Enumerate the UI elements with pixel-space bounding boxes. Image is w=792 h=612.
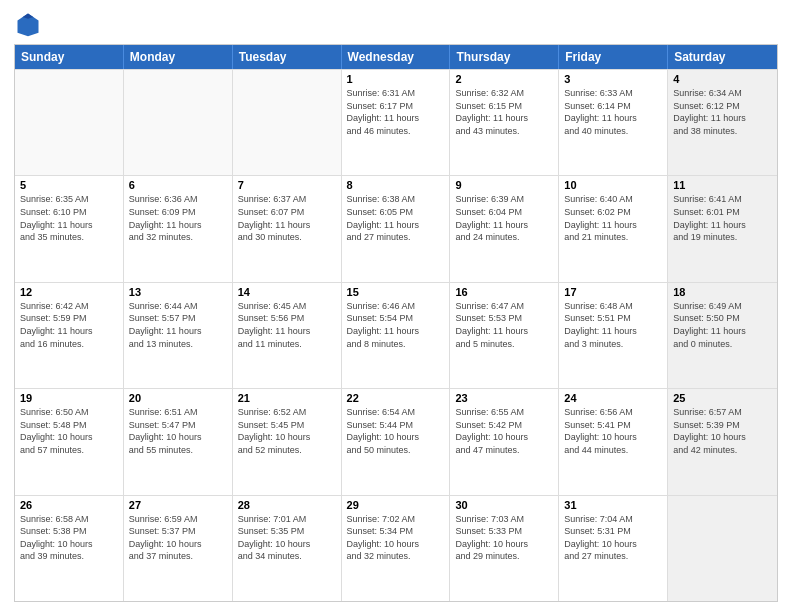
cell-line: Daylight: 10 hours xyxy=(455,538,553,551)
cell-line: Sunset: 5:48 PM xyxy=(20,419,118,432)
cell-line: Daylight: 10 hours xyxy=(673,431,772,444)
cell-line: Sunrise: 6:35 AM xyxy=(20,193,118,206)
cell-line: Sunrise: 6:51 AM xyxy=(129,406,227,419)
cal-cell: 28Sunrise: 7:01 AMSunset: 5:35 PMDayligh… xyxy=(233,496,342,601)
day-number: 6 xyxy=(129,179,227,191)
cell-line: and 37 minutes. xyxy=(129,550,227,563)
cell-line: Sunset: 5:41 PM xyxy=(564,419,662,432)
cal-cell: 3Sunrise: 6:33 AMSunset: 6:14 PMDaylight… xyxy=(559,70,668,175)
cell-line: Sunrise: 6:33 AM xyxy=(564,87,662,100)
day-number: 27 xyxy=(129,499,227,511)
cell-line: Daylight: 10 hours xyxy=(129,431,227,444)
cell-line: Sunrise: 6:38 AM xyxy=(347,193,445,206)
cell-line: Sunset: 6:14 PM xyxy=(564,100,662,113)
day-number: 23 xyxy=(455,392,553,404)
cell-line: Sunset: 5:34 PM xyxy=(347,525,445,538)
cell-line: and 5 minutes. xyxy=(455,338,553,351)
cell-line: Sunrise: 6:58 AM xyxy=(20,513,118,526)
cell-line: Daylight: 11 hours xyxy=(347,325,445,338)
day-number: 21 xyxy=(238,392,336,404)
cell-line: Sunset: 5:44 PM xyxy=(347,419,445,432)
cell-line: Sunrise: 6:57 AM xyxy=(673,406,772,419)
cal-cell: 11Sunrise: 6:41 AMSunset: 6:01 PMDayligh… xyxy=(668,176,777,281)
cell-line: Sunset: 6:04 PM xyxy=(455,206,553,219)
cell-line: Sunset: 5:38 PM xyxy=(20,525,118,538)
header-cell-tuesday: Tuesday xyxy=(233,45,342,69)
cal-cell: 17Sunrise: 6:48 AMSunset: 5:51 PMDayligh… xyxy=(559,283,668,388)
cal-cell xyxy=(15,70,124,175)
cell-line: Daylight: 10 hours xyxy=(238,538,336,551)
cell-line: Daylight: 11 hours xyxy=(673,325,772,338)
logo-icon xyxy=(14,10,42,38)
cell-line: and 52 minutes. xyxy=(238,444,336,457)
cal-cell: 31Sunrise: 7:04 AMSunset: 5:31 PMDayligh… xyxy=(559,496,668,601)
header-cell-saturday: Saturday xyxy=(668,45,777,69)
cell-line: and 44 minutes. xyxy=(564,444,662,457)
day-number: 5 xyxy=(20,179,118,191)
cell-line: Sunset: 5:35 PM xyxy=(238,525,336,538)
cell-line: Sunrise: 6:49 AM xyxy=(673,300,772,313)
cell-line: and 34 minutes. xyxy=(238,550,336,563)
cell-line: Sunrise: 6:48 AM xyxy=(564,300,662,313)
day-number: 15 xyxy=(347,286,445,298)
cal-cell: 18Sunrise: 6:49 AMSunset: 5:50 PMDayligh… xyxy=(668,283,777,388)
cell-line: Sunrise: 6:37 AM xyxy=(238,193,336,206)
cell-line: Sunrise: 6:56 AM xyxy=(564,406,662,419)
cell-line: Sunset: 5:57 PM xyxy=(129,312,227,325)
cal-cell: 22Sunrise: 6:54 AMSunset: 5:44 PMDayligh… xyxy=(342,389,451,494)
cell-line: and 21 minutes. xyxy=(564,231,662,244)
cal-cell: 16Sunrise: 6:47 AMSunset: 5:53 PMDayligh… xyxy=(450,283,559,388)
cell-line: Sunrise: 6:45 AM xyxy=(238,300,336,313)
cell-line: Sunrise: 6:39 AM xyxy=(455,193,553,206)
day-number: 17 xyxy=(564,286,662,298)
cell-line: Daylight: 10 hours xyxy=(455,431,553,444)
calendar-body: 1Sunrise: 6:31 AMSunset: 6:17 PMDaylight… xyxy=(15,69,777,601)
calendar-header: SundayMondayTuesdayWednesdayThursdayFrid… xyxy=(15,45,777,69)
cell-line: Daylight: 11 hours xyxy=(673,112,772,125)
cal-cell: 7Sunrise: 6:37 AMSunset: 6:07 PMDaylight… xyxy=(233,176,342,281)
cell-line: Sunset: 5:37 PM xyxy=(129,525,227,538)
cell-line: Sunrise: 7:04 AM xyxy=(564,513,662,526)
cell-line: and 19 minutes. xyxy=(673,231,772,244)
day-number: 14 xyxy=(238,286,336,298)
cal-cell: 19Sunrise: 6:50 AMSunset: 5:48 PMDayligh… xyxy=(15,389,124,494)
cell-line: and 30 minutes. xyxy=(238,231,336,244)
cell-line: and 55 minutes. xyxy=(129,444,227,457)
day-number: 28 xyxy=(238,499,336,511)
cell-line: Sunset: 6:01 PM xyxy=(673,206,772,219)
cal-cell: 8Sunrise: 6:38 AMSunset: 6:05 PMDaylight… xyxy=(342,176,451,281)
cal-cell xyxy=(668,496,777,601)
cell-line: Sunset: 5:39 PM xyxy=(673,419,772,432)
cell-line: Daylight: 11 hours xyxy=(455,219,553,232)
cell-line: and 29 minutes. xyxy=(455,550,553,563)
day-number: 19 xyxy=(20,392,118,404)
header-cell-monday: Monday xyxy=(124,45,233,69)
cell-line: and 32 minutes. xyxy=(129,231,227,244)
cal-cell: 13Sunrise: 6:44 AMSunset: 5:57 PMDayligh… xyxy=(124,283,233,388)
cell-line: Sunset: 5:53 PM xyxy=(455,312,553,325)
cell-line: Sunrise: 6:55 AM xyxy=(455,406,553,419)
cell-line: Sunrise: 6:46 AM xyxy=(347,300,445,313)
cell-line: and 43 minutes. xyxy=(455,125,553,138)
day-number: 20 xyxy=(129,392,227,404)
cal-cell: 9Sunrise: 6:39 AMSunset: 6:04 PMDaylight… xyxy=(450,176,559,281)
day-number: 8 xyxy=(347,179,445,191)
day-number: 13 xyxy=(129,286,227,298)
cell-line: and 8 minutes. xyxy=(347,338,445,351)
cell-line: Sunrise: 6:52 AM xyxy=(238,406,336,419)
cell-line: and 13 minutes. xyxy=(129,338,227,351)
cell-line: Daylight: 11 hours xyxy=(238,325,336,338)
cell-line: Daylight: 11 hours xyxy=(564,219,662,232)
cell-line: Sunrise: 6:54 AM xyxy=(347,406,445,419)
cell-line: Sunset: 6:15 PM xyxy=(455,100,553,113)
cell-line: and 16 minutes. xyxy=(20,338,118,351)
cell-line: and 35 minutes. xyxy=(20,231,118,244)
day-number: 30 xyxy=(455,499,553,511)
cell-line: Sunset: 5:33 PM xyxy=(455,525,553,538)
cell-line: Sunset: 5:42 PM xyxy=(455,419,553,432)
cell-line: and 47 minutes. xyxy=(455,444,553,457)
cell-line: Sunset: 6:02 PM xyxy=(564,206,662,219)
cal-cell xyxy=(124,70,233,175)
day-number: 22 xyxy=(347,392,445,404)
cell-line: Sunrise: 6:41 AM xyxy=(673,193,772,206)
